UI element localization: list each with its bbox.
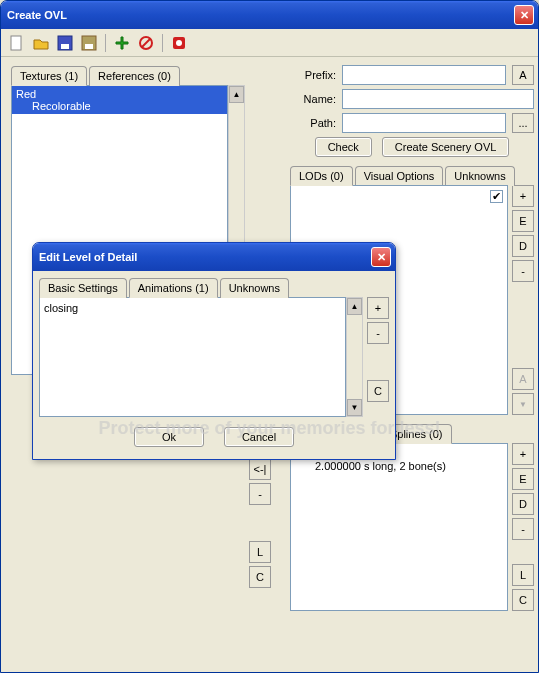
modal-c-button[interactable]: C xyxy=(367,380,389,402)
tab-lods[interactable]: LODs (0) xyxy=(290,166,353,186)
modal-list-item[interactable]: closing xyxy=(44,302,341,314)
create-scenery-button[interactable]: Create Scenery OVL xyxy=(382,137,510,157)
tree-root-label: Red xyxy=(16,88,36,100)
lod-e-button[interactable]: E xyxy=(512,210,534,232)
lod-tabs: LODs (0) Visual Options Unknowns xyxy=(290,165,534,185)
new-icon[interactable] xyxy=(7,33,27,53)
lod-down-button[interactable]: ▼ xyxy=(512,393,534,415)
anim-minus-button[interactable]: - xyxy=(512,518,534,540)
modal-plus-button[interactable]: + xyxy=(367,297,389,319)
check-button[interactable]: Check xyxy=(315,137,372,157)
main-toolbar xyxy=(1,29,538,57)
svg-point-8 xyxy=(176,40,182,46)
stop-icon[interactable] xyxy=(169,33,189,53)
a-button[interactable]: A xyxy=(512,65,534,85)
tab-unknowns[interactable]: Unknowns xyxy=(445,166,514,186)
name-label: Name: xyxy=(290,93,336,105)
close-icon[interactable]: ✕ xyxy=(514,5,534,25)
lod-a-button[interactable]: A xyxy=(512,368,534,390)
name-input[interactable] xyxy=(342,89,534,109)
svg-rect-4 xyxy=(85,44,93,49)
tab-references[interactable]: References (0) xyxy=(89,66,180,86)
tab-modal-animations[interactable]: Animations (1) xyxy=(129,278,218,298)
lod-minus-button[interactable]: - xyxy=(512,260,534,282)
anim-l-button[interactable]: L xyxy=(512,564,534,586)
path-input[interactable] xyxy=(342,113,506,133)
tree-item-red[interactable]: Red Recolorable xyxy=(12,86,227,114)
ok-button[interactable]: Ok xyxy=(134,427,204,447)
scroll-down-icon[interactable]: ▼ xyxy=(347,399,362,416)
modal-minus-button[interactable]: - xyxy=(367,322,389,344)
tree-child-label: Recolorable xyxy=(16,100,223,112)
cancel-icon[interactable] xyxy=(136,33,156,53)
save-as-icon[interactable] xyxy=(79,33,99,53)
modal-close-icon[interactable]: ✕ xyxy=(371,247,391,267)
lod-plus-button[interactable]: + xyxy=(512,185,534,207)
anim-c-button[interactable]: C xyxy=(512,589,534,611)
c-button[interactable]: C xyxy=(249,566,271,588)
anim-list[interactable]: closing 2.000000 s long, 2 bone(s) xyxy=(290,443,508,611)
edit-lod-dialog: Edit Level of Detail ✕ Basic Settings An… xyxy=(32,242,396,460)
main-titlebar[interactable]: Create OVL ✕ xyxy=(1,1,538,29)
modal-scrollbar[interactable]: ▲ ▼ xyxy=(346,297,363,417)
l-button[interactable]: L xyxy=(249,541,271,563)
prefix-label: Prefix: xyxy=(290,69,336,81)
prefix-input[interactable] xyxy=(342,65,506,85)
toolbar-divider xyxy=(105,34,106,52)
svg-rect-2 xyxy=(61,44,69,49)
toolbar-divider xyxy=(162,34,163,52)
anim-d-button[interactable]: D xyxy=(512,493,534,515)
save-icon[interactable] xyxy=(55,33,75,53)
tab-textures[interactable]: Textures (1) xyxy=(11,66,87,86)
anim-plus-button[interactable]: + xyxy=(512,443,534,465)
tab-visual-options[interactable]: Visual Options xyxy=(355,166,444,186)
modal-tabs: Basic Settings Animations (1) Unknowns xyxy=(39,277,389,297)
browse-button[interactable]: ... xyxy=(512,113,534,133)
main-title: Create OVL xyxy=(7,9,514,21)
modal-titlebar[interactable]: Edit Level of Detail ✕ xyxy=(33,243,395,271)
tab-modal-unknowns[interactable]: Unknowns xyxy=(220,278,289,298)
modal-anim-list[interactable]: closing xyxy=(39,297,346,417)
backleft-button[interactable]: <-| xyxy=(249,458,271,480)
add-icon[interactable] xyxy=(112,33,132,53)
tab-basic-settings[interactable]: Basic Settings xyxy=(39,278,127,298)
anim-e-button[interactable]: E xyxy=(512,468,534,490)
scroll-up-icon[interactable]: ▲ xyxy=(229,86,244,103)
cancel-button[interactable]: Cancel xyxy=(224,427,294,447)
lod-d-button[interactable]: D xyxy=(512,235,534,257)
modal-title: Edit Level of Detail xyxy=(39,251,371,263)
texture-tabs: Textures (1) References (0) xyxy=(11,65,271,85)
minus-button-2[interactable]: - xyxy=(249,483,271,505)
scroll-up-icon[interactable]: ▲ xyxy=(347,298,362,315)
path-label: Path: xyxy=(290,117,336,129)
lod-checkbox[interactable]: ✔ xyxy=(490,190,503,203)
open-icon[interactable] xyxy=(31,33,51,53)
svg-rect-0 xyxy=(11,36,21,50)
anim-item-detail: 2.000000 s long, 2 bone(s) xyxy=(295,460,503,472)
svg-line-6 xyxy=(142,39,150,47)
